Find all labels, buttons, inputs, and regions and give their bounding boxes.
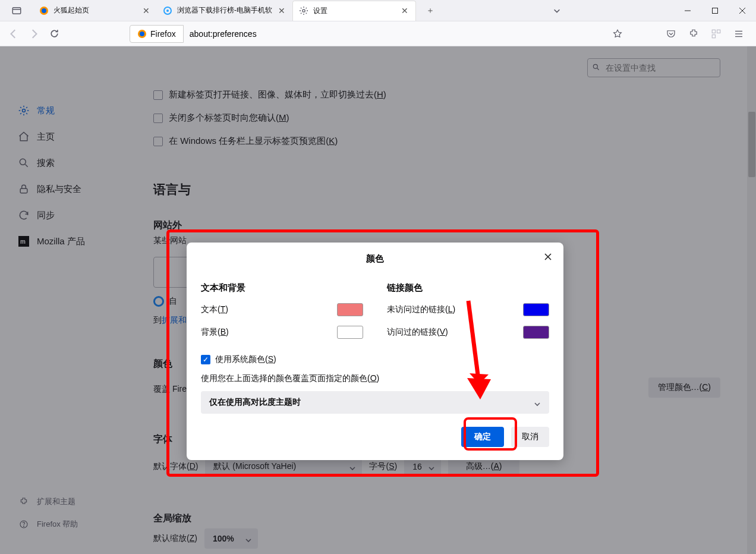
svg-rect-0 (12, 7, 21, 14)
tabs-strip: 火狐起始页 ✕ 浏览器下载排行榜-电脑手机软 ✕ 设置 ✕ ＋ (33, 1, 440, 21)
override-select[interactable]: 仅在使用高对比度主题时 (201, 391, 549, 414)
toolbar-right (661, 24, 752, 44)
firefox-icon (39, 6, 49, 15)
customize-icon[interactable] (706, 24, 726, 44)
window-controls (674, 0, 756, 21)
app-menu-icon[interactable] (729, 24, 749, 44)
svg-point-5 (303, 10, 305, 12)
new-tab-button[interactable]: ＋ (421, 1, 440, 20)
site-icon (163, 6, 172, 15)
override-label: 使用您在上面选择的颜色覆盖页面指定的颜色(O) (201, 373, 549, 384)
close-icon[interactable]: ✕ (141, 6, 151, 15)
extensions-icon[interactable] (683, 24, 704, 44)
cancel-button[interactable]: 取消 (511, 427, 549, 447)
tab-1[interactable]: 火狐起始页 ✕ (33, 1, 157, 21)
bookmark-star-icon[interactable] (608, 24, 627, 43)
bg-color-swatch[interactable] (337, 326, 363, 339)
close-window-button[interactable] (729, 0, 756, 21)
tab-3-settings[interactable]: 设置 ✕ (292, 1, 416, 21)
tab-title: 火狐起始页 (53, 5, 137, 15)
link-color-column: 链接颜色 未访问过的链接(L) 访问过的链接(V) (387, 282, 549, 339)
tab-title: 设置 (313, 6, 395, 16)
bg-color-label: 背景(B) (201, 327, 229, 338)
svg-rect-12 (712, 30, 715, 33)
identity-label: Firefox (150, 29, 176, 39)
unvisited-link-label: 未访问过的链接(L) (387, 304, 455, 315)
tab-title: 浏览器下载排行榜-电脑手机软 (177, 5, 272, 15)
link-heading: 链接颜色 (387, 282, 549, 294)
navigation-toolbar: Firefox (0, 21, 756, 46)
text-bg-heading: 文本和背景 (201, 282, 363, 294)
ok-button[interactable]: 确定 (461, 427, 504, 447)
save-to-pocket-icon[interactable] (661, 24, 681, 44)
svg-point-2 (42, 8, 46, 13)
back-button[interactable] (4, 24, 24, 44)
reload-button[interactable] (44, 24, 64, 44)
svg-rect-14 (712, 34, 715, 37)
text-color-label: 文本(T) (201, 304, 228, 315)
identity-box[interactable]: Firefox (130, 25, 184, 43)
firefox-icon (137, 29, 147, 39)
url-input[interactable] (184, 25, 608, 43)
visited-link-swatch[interactable] (523, 326, 549, 339)
list-tabs-button[interactable] (545, 0, 569, 21)
visited-link-label: 访问过的链接(V) (387, 327, 448, 338)
svg-point-11 (140, 32, 144, 36)
svg-rect-7 (713, 8, 718, 13)
text-color-swatch[interactable] (337, 303, 363, 316)
unvisited-link-swatch[interactable] (523, 303, 549, 316)
url-bar: Firefox (130, 24, 627, 43)
titlebar: 火狐起始页 ✕ 浏览器下载排行榜-电脑手机软 ✕ 设置 ✕ ＋ (0, 0, 756, 21)
minimize-button[interactable] (674, 0, 701, 21)
chevron-down-icon (534, 399, 541, 409)
gear-icon (299, 6, 308, 15)
dialog-close-button[interactable] (541, 250, 555, 264)
svg-point-4 (166, 10, 169, 12)
svg-rect-13 (717, 30, 720, 33)
close-icon[interactable]: ✕ (277, 6, 286, 15)
use-system-colors-option[interactable]: ✓ 使用系统颜色(S) (201, 354, 549, 365)
forward-button[interactable] (24, 24, 44, 44)
maximize-button[interactable] (701, 0, 729, 21)
text-bg-column: 文本和背景 文本(T) 背景(B) (201, 282, 363, 339)
colors-dialog: 颜色 文本和背景 文本(T) 背景(B) 链接颜色 未访问过的链接(L) 访问过… (187, 243, 563, 460)
dialog-title: 颜色 (201, 253, 549, 265)
close-icon[interactable]: ✕ (400, 6, 410, 15)
checkbox-checked-icon[interactable]: ✓ (201, 355, 210, 364)
tab-2[interactable]: 浏览器下载排行榜-电脑手机软 ✕ (157, 1, 292, 21)
recent-browsing-button[interactable] (6, 0, 27, 21)
